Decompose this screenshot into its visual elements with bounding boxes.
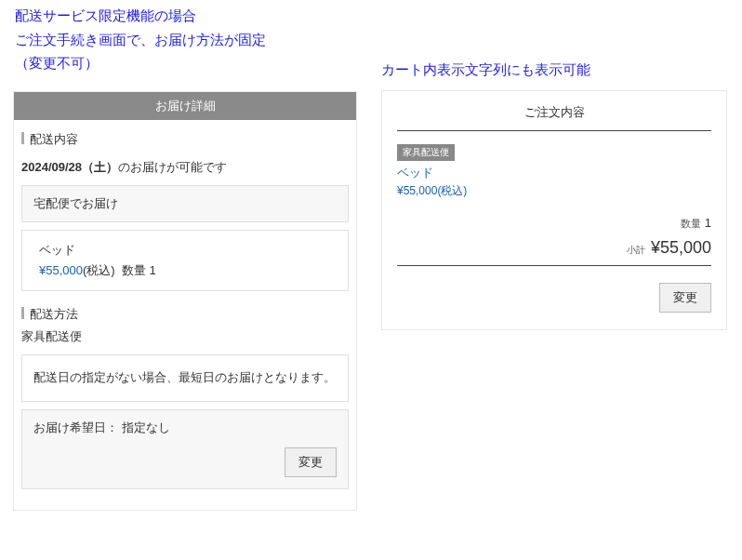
panel-title: ご注文内容 xyxy=(397,100,711,131)
product-price-suffix: (税込) xyxy=(83,263,115,277)
delivery-notice: 配送日の指定がない場合、最短日のお届けとなります。 xyxy=(21,354,349,402)
subtotal-label: 小計 xyxy=(627,245,645,255)
change-button[interactable]: 変更 xyxy=(659,283,711,313)
product-price-line: ¥55,000(税込) 数量 1 xyxy=(39,262,331,279)
preferred-date-label: お届け希望日： xyxy=(33,420,118,434)
product-block: ベッド ¥55,000(税込) 数量 1 xyxy=(21,230,349,291)
section-delivery-content: 配送内容 xyxy=(14,120,356,153)
preferred-date-box: お届け希望日： 指定なし 変更 xyxy=(21,409,349,489)
product-price: ¥55,000 xyxy=(39,263,83,277)
delivery-details-panel: お届け詳細 配送内容 2024/09/28（土）のお届けが可能です 宅配便でお届… xyxy=(13,91,357,511)
section-label: 配送方法 xyxy=(30,307,78,321)
order-summary-panel: ご注文内容 家具配送便 ベッド ¥55,000(税込) 数量1 小計¥55,00… xyxy=(381,90,727,330)
section-label: 配送内容 xyxy=(30,132,78,146)
qty-value: 1 xyxy=(705,216,711,230)
product-name: ベッド xyxy=(39,242,331,259)
annotation-line: ご注文手続き画面で、お届け方法が固定 xyxy=(15,28,266,52)
annotation-left: 配送サービス限定機能の場合 ご注文手続き画面で、お届け方法が固定 （変更不可） xyxy=(15,4,266,75)
method-name: 家具配送便 xyxy=(14,328,356,354)
subtotal-line: 小計¥55,000 xyxy=(397,238,711,266)
shipping-badge: 家具配送便 xyxy=(397,144,455,161)
quantity-line: 数量1 xyxy=(397,216,711,231)
product-qty-label: 数量 xyxy=(122,263,146,277)
panel-header: お届け詳細 xyxy=(14,92,356,120)
bar-icon xyxy=(21,307,24,319)
shipping-method-box: 宅配便でお届け xyxy=(21,185,349,222)
change-button[interactable]: 変更 xyxy=(285,447,337,477)
qty-label: 数量 xyxy=(681,218,701,229)
annotation-line: 配送サービス限定機能の場合 xyxy=(15,4,266,28)
button-row: 変更 xyxy=(33,447,337,477)
section-delivery-method: 配送方法 xyxy=(14,291,356,328)
product-link[interactable]: ベッド xyxy=(397,165,711,181)
delivery-date-text: 2024/09/28（土）のお届けが可能です xyxy=(14,153,356,185)
bar-icon xyxy=(21,132,24,144)
button-row: 変更 xyxy=(397,283,711,313)
delivery-date-suffix: のお届けが可能です xyxy=(118,160,227,174)
product-price: ¥55,000(税込) xyxy=(397,183,711,199)
annotation-right: カート内表示文字列にも表示可能 xyxy=(381,61,590,79)
subtotal-amount: ¥55,000 xyxy=(651,238,711,257)
delivery-date-bold: 2024/09/28（土） xyxy=(21,160,118,174)
annotation-line: （変更不可） xyxy=(15,51,266,75)
preferred-date-value: 指定なし xyxy=(122,420,170,434)
product-qty-value: 1 xyxy=(150,263,156,277)
